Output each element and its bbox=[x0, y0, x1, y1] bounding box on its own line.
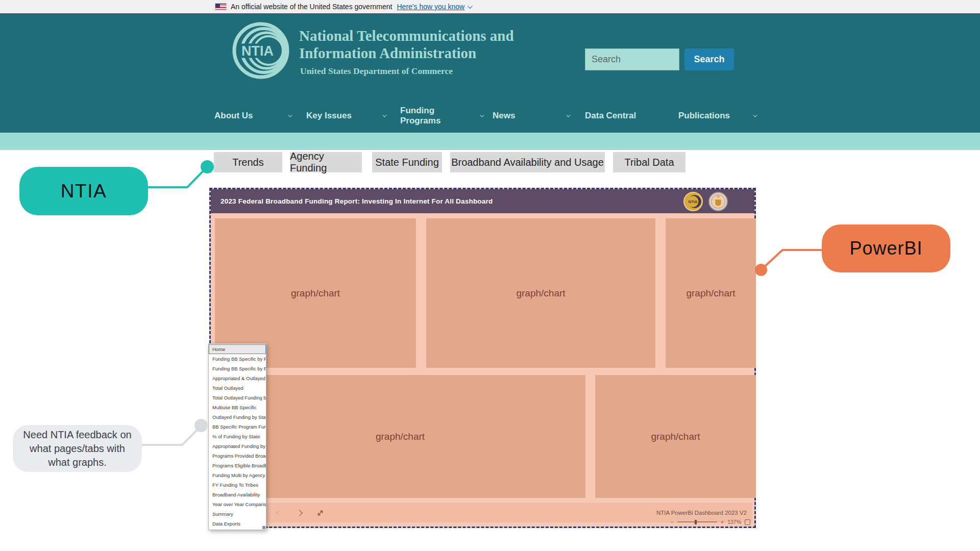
nav-item-news[interactable]: News bbox=[493, 98, 569, 133]
menu-item-programs-provided-broadband[interactable]: Programs Provided Broadband ... bbox=[209, 451, 266, 461]
menu-item-of-funding-by-state[interactable]: % of Funding by State bbox=[209, 432, 266, 441]
menu-scrollbar-button[interactable] bbox=[262, 526, 265, 529]
nav-item-funding-programs[interactable]: Funding Programs bbox=[400, 98, 483, 133]
menu-item-home[interactable]: Home bbox=[209, 344, 266, 354]
chevron-down-icon bbox=[566, 113, 570, 117]
menu-item-funding-bb-specific-by-program[interactable]: Funding BB Specific by Program... bbox=[209, 354, 266, 364]
menu-item-bb-specific-program-funding[interactable]: BB Specific Program Funding bbox=[209, 422, 266, 432]
nav-item-publications[interactable]: Publications bbox=[678, 98, 756, 133]
menu-item-outlayed-funding-by-state[interactable]: Outlayed Funding by State bbox=[209, 412, 266, 422]
nav-item-label: Data Central bbox=[585, 111, 636, 121]
gov-banner-text: An official website of the United States… bbox=[231, 3, 392, 11]
menu-item-broadband-availability[interactable]: Broadband Availability bbox=[209, 490, 266, 499]
menu-item-programs-eligible-broadband-di[interactable]: Programs Eligible Broadband Di... bbox=[209, 461, 266, 470]
chart-placeholder: graph/chart bbox=[426, 218, 655, 368]
zoom-in-icon[interactable]: + bbox=[721, 519, 724, 525]
chevron-down-icon bbox=[753, 113, 757, 117]
nav-item-data-central[interactable]: Data Central bbox=[585, 98, 649, 133]
ntia-annotation-callout: NTIA bbox=[19, 167, 148, 215]
search-input[interactable] bbox=[585, 48, 679, 70]
tab-broadband-availability-and-usage[interactable]: Broadband Availability and Usage bbox=[450, 152, 605, 172]
menu-item-fy-funding-to-tribes[interactable]: FY Funding To Tribes bbox=[209, 480, 266, 490]
menu-item-year-over-year-comparison[interactable]: Year over Year Comparison bbox=[209, 499, 266, 509]
dashboard-version-label: NTIA PowerBi Dashboard 2023 V2 bbox=[656, 510, 747, 516]
zoom-out-icon[interactable]: − bbox=[670, 519, 673, 525]
main-nav: About UsKey IssuesFunding ProgramsNewsDa… bbox=[0, 98, 980, 133]
menu-item-appropriated-funding-by-progr[interactable]: Appropriated Funding by Progr... bbox=[209, 441, 266, 451]
chevron-down-icon bbox=[288, 113, 292, 117]
menu-item-multiuse-bb-specific[interactable]: Multiuse BB Specific bbox=[209, 403, 266, 412]
tab-state-funding[interactable]: State Funding bbox=[372, 152, 442, 172]
chevron-left-icon[interactable] bbox=[276, 510, 283, 516]
site-header: NTIA National Telecommunications and Inf… bbox=[0, 14, 980, 133]
ntia-logo[interactable]: NTIA bbox=[231, 21, 290, 80]
sub-strip bbox=[0, 133, 980, 150]
zoom-slider-thumb[interactable] bbox=[695, 520, 697, 524]
svg-text:NTIA: NTIA bbox=[241, 43, 274, 59]
site-title: National Telecommunications and Informat… bbox=[299, 27, 514, 62]
site-subtitle: United States Department of Commerce bbox=[300, 66, 453, 77]
page: An official website of the United States… bbox=[0, 0, 980, 551]
chevron-down-icon bbox=[382, 113, 386, 117]
menu-item-total-outlayed[interactable]: Total Outlayed bbox=[209, 383, 266, 393]
powerbi-dashboard: 2023 Federal Broadband Funding Report: I… bbox=[209, 188, 756, 528]
menu-item-data-exports[interactable]: Data Exports bbox=[209, 519, 266, 529]
menu-item-funding-multi-by-agency[interactable]: Funding Multi by Agency bbox=[209, 470, 266, 480]
heres-how-you-know-link[interactable]: Here's how you know bbox=[397, 3, 471, 11]
nav-item-label: Publications bbox=[678, 111, 730, 121]
menu-item-total-outlayed-funding-by-prog[interactable]: Total Outlayed Funding by Prog... bbox=[209, 393, 266, 403]
menu-item-appropriated-outlayed-fundi[interactable]: Appropriated & Outlayed Fundi... bbox=[209, 373, 266, 383]
chart-placeholder: graph/chart bbox=[666, 218, 756, 368]
search-button[interactable]: Search bbox=[684, 48, 734, 70]
tab-trends[interactable]: Trends bbox=[214, 152, 282, 172]
nav-item-label: Key Issues bbox=[306, 111, 352, 121]
gov-banner: An official website of the United States… bbox=[0, 0, 980, 14]
chevron-right-icon[interactable] bbox=[296, 510, 303, 516]
ntia-seal-icon: NTIA bbox=[683, 192, 703, 211]
nav-item-about-us[interactable]: About Us bbox=[214, 98, 291, 133]
feedback-note-callout: Need NTIA feedback on what pages/tabs wi… bbox=[13, 425, 142, 472]
nav-item-label: About Us bbox=[214, 111, 253, 121]
collapse-arrows-icon[interactable] bbox=[317, 510, 324, 516]
chart-placeholder: graph/chart bbox=[215, 375, 585, 498]
dashboard-title: 2023 Federal Broadband Funding Report: I… bbox=[220, 197, 493, 205]
tab-agency-funding[interactable]: Agency Funding bbox=[290, 152, 362, 172]
menu-item-funding-bb-specific-by-program[interactable]: Funding BB Specific by Program... bbox=[209, 364, 266, 373]
nav-item-label: News bbox=[493, 111, 515, 121]
tab-tribal-data[interactable]: Tribal Data bbox=[613, 152, 685, 172]
commerce-seal-icon bbox=[708, 192, 728, 211]
zoom-level: 137% bbox=[727, 519, 741, 525]
menu-item-summary[interactable]: Summary bbox=[209, 509, 266, 519]
pages-dropdown-menu: HomeFunding BB Specific by Program...Fun… bbox=[208, 343, 266, 530]
us-flag-icon bbox=[215, 4, 226, 10]
dashboard-header: 2023 Federal Broadband Funding Report: I… bbox=[211, 189, 754, 213]
chevron-down-icon bbox=[468, 4, 473, 9]
fullscreen-icon[interactable] bbox=[745, 519, 750, 525]
chart-placeholder: graph/chart bbox=[595, 375, 756, 498]
powerbi-annotation-callout: PowerBI bbox=[822, 224, 950, 272]
nav-item-label: Funding Programs bbox=[400, 106, 457, 126]
chevron-down-icon bbox=[480, 113, 484, 117]
svg-text:NTIA: NTIA bbox=[689, 199, 698, 204]
zoom-bar: − + 137% bbox=[670, 518, 750, 525]
zoom-slider[interactable] bbox=[677, 521, 717, 522]
nav-item-key-issues[interactable]: Key Issues bbox=[306, 98, 385, 133]
